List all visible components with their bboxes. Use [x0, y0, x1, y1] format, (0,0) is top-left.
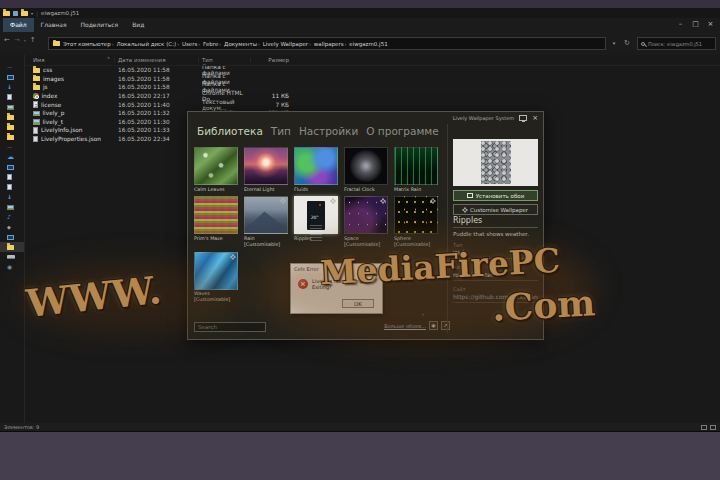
sidebar-item-quick-access[interactable]	[0, 62, 24, 72]
wallpaper-thumbnail[interactable]	[294, 147, 338, 185]
column-header-type[interactable]: Тип	[199, 57, 251, 63]
sidebar-item-desktop[interactable]	[0, 72, 24, 82]
sidebar-item-documents-2[interactable]	[0, 182, 24, 192]
address-dropdown-icon[interactable]: ▾	[608, 37, 620, 50]
column-header-size[interactable]: Размер	[251, 57, 293, 63]
gear-icon[interactable]	[331, 199, 335, 203]
breadcrumb-item[interactable]: Локальный диск (C:)	[117, 41, 177, 47]
scroll-up-icon[interactable]: ▴	[431, 196, 433, 201]
wallpaper-thumbnail[interactable]	[244, 196, 288, 234]
wallpaper-search-input[interactable]	[194, 322, 266, 332]
column-header-name[interactable]: Имя	[25, 57, 115, 63]
close-button[interactable]: ×	[703, 17, 718, 31]
lively-menu-библиотека[interactable]: Библиотека	[197, 125, 263, 137]
recent-locations-icon[interactable]: ▾	[24, 38, 26, 43]
sidebar-item-3d-objects[interactable]	[0, 222, 24, 232]
gear-icon[interactable]	[381, 199, 385, 203]
breadcrumb-item[interactable]: Документы	[224, 41, 257, 47]
wallpaper-thumbnail[interactable]	[194, 252, 238, 290]
breadcrumb-item[interactable]: Febre	[203, 41, 218, 47]
wallpaper-tile-rain[interactable]: Rain [Customisable]	[244, 196, 288, 247]
sidebar-item-music[interactable]	[0, 212, 24, 222]
wallpaper-tile-ripples[interactable]: 20° Ripples	[294, 196, 338, 247]
open-external-button[interactable]: ↗	[441, 321, 450, 330]
wallpaper-tile-fluids[interactable]: Fluids	[294, 147, 338, 192]
breadcrumb[interactable]: Этот компьютер› Локальный диск (C:)› Use…	[48, 37, 606, 50]
gear-icon[interactable]	[231, 255, 235, 259]
help-button[interactable]: ◉	[429, 321, 438, 330]
wallpaper-tile-waves[interactable]: Waves [Customisable]	[194, 252, 238, 303]
sidebar-item-documents[interactable]	[0, 92, 24, 102]
quick-access-folder-icon[interactable]	[21, 11, 28, 16]
column-header-date[interactable]: Дата изменения	[115, 57, 199, 63]
thumbnails-view-icon[interactable]	[710, 425, 716, 430]
sidebar-item-network[interactable]	[0, 262, 24, 272]
error-dialog-close-icon[interactable]: ×	[374, 265, 379, 272]
set-wallpaper-button[interactable]: Установить обои	[453, 190, 538, 201]
explorer-titlebar[interactable]: ▾ | eiwgazm0.j51	[0, 8, 720, 18]
sidebar-item-onedrive[interactable]	[0, 152, 24, 162]
sidebar-item-pictures[interactable]	[0, 102, 24, 112]
details-view-icon[interactable]	[701, 425, 707, 430]
wallpaper-thumbnail[interactable]	[394, 147, 438, 185]
more-wallpapers-link[interactable]: Больше обоев...	[384, 323, 426, 329]
tab-home[interactable]: Главная	[34, 18, 74, 32]
breadcrumb-item[interactable]: Users	[182, 41, 197, 47]
sidebar-item-folder-2[interactable]	[0, 122, 24, 132]
tab-share[interactable]: Поделиться	[74, 18, 126, 32]
quick-access-toolbar-icon[interactable]	[13, 11, 18, 16]
breadcrumb-item[interactable]: Этот компьютер	[63, 41, 111, 47]
forward-button[interactable]: →	[14, 36, 20, 44]
wallpaper-thumbnail[interactable]: 20°	[294, 196, 338, 234]
sidebar-item-current-folder[interactable]	[0, 242, 24, 252]
sidebar-item-local-disk[interactable]	[0, 252, 24, 262]
wallpaper-tile-sphere[interactable]: Sphere [Customisable]	[394, 196, 438, 247]
gear-icon[interactable]	[281, 199, 285, 203]
table-row[interactable]: js 16.05.2020 11:58 Папка с файлами	[25, 83, 720, 92]
table-row[interactable]: images 16.05.2020 11:58 Папка с файлами	[25, 75, 720, 84]
breadcrumb-item[interactable]: Lively Wallpaper	[263, 41, 308, 47]
lively-menu-о-программе[interactable]: О программе	[366, 125, 438, 137]
wallpaper-tile-eternal-light[interactable]: Eternal Light	[244, 147, 288, 192]
display-select-icon[interactable]	[519, 115, 527, 121]
up-button[interactable]: ↑	[30, 36, 36, 44]
sidebar-item-downloads[interactable]	[0, 82, 24, 92]
sidebar-item-pictures-2[interactable]	[0, 202, 24, 212]
ok-button[interactable]: OK	[342, 299, 374, 308]
sidebar-item-this-pc[interactable]	[0, 162, 24, 172]
lively-menu-тип[interactable]: Тип	[271, 125, 291, 137]
back-button[interactable]: ←	[4, 36, 10, 44]
wallpaper-tile-matrix-rain[interactable]: Matrix Rain	[394, 147, 438, 192]
sidebar-item-downloads-2[interactable]	[0, 192, 24, 202]
wallpaper-thumbnail[interactable]	[394, 196, 438, 234]
tab-view[interactable]: Вид	[125, 18, 151, 32]
maximize-button[interactable]: □	[688, 17, 703, 31]
scroll-down-icon[interactable]: ▾	[422, 312, 424, 317]
lively-menu-настройки[interactable]: Настройки	[299, 125, 358, 137]
lively-titlebar[interactable]: Lively Wallpaper System ×	[188, 112, 543, 124]
sidebar-item-folder-1[interactable]	[0, 112, 24, 122]
wallpaper-thumbnail[interactable]	[244, 147, 288, 185]
table-row[interactable]: index 16.05.2020 22:17 Chrome HTML Do...…	[25, 92, 720, 101]
error-dialog-titlebar[interactable]: Cefs Error ×	[291, 264, 382, 273]
breadcrumb-item[interactable]: eiwgazm0.j51	[349, 41, 387, 47]
wallpaper-tile-fractal-clock[interactable]: Fractal Clock	[344, 147, 388, 192]
lively-close-icon[interactable]: ×	[532, 114, 538, 122]
minimize-button[interactable]: –	[673, 17, 688, 31]
table-row[interactable]: license 16.05.2020 11:40 Текстовый докум…	[25, 100, 720, 109]
wallpaper-thumbnail[interactable]	[344, 196, 388, 234]
tab-file[interactable]: Файл	[3, 18, 34, 32]
sidebar-item-folder-3[interactable]	[0, 132, 24, 142]
wallpaper-thumbnail[interactable]	[194, 196, 238, 234]
sidebar-item-desktop-2[interactable]	[0, 232, 24, 242]
refresh-icon[interactable]: ↻	[621, 37, 633, 50]
sidebar-item-separator[interactable]	[0, 142, 24, 152]
quick-access-dropdown-icon[interactable]: ▾	[31, 11, 33, 16]
breadcrumb-item[interactable]: wallpapers	[314, 41, 344, 47]
wallpaper-tile-prims-maze[interactable]: Prim's Maze	[194, 196, 238, 247]
wallpaper-tile-space[interactable]: Space [Customisable]	[344, 196, 388, 247]
wallpaper-thumbnail[interactable]	[344, 147, 388, 185]
customise-wallpaper-button[interactable]: Customise Wallpaper	[453, 204, 538, 215]
wallpaper-thumbnail[interactable]	[194, 147, 238, 185]
sidebar-item-videos[interactable]	[0, 172, 24, 182]
